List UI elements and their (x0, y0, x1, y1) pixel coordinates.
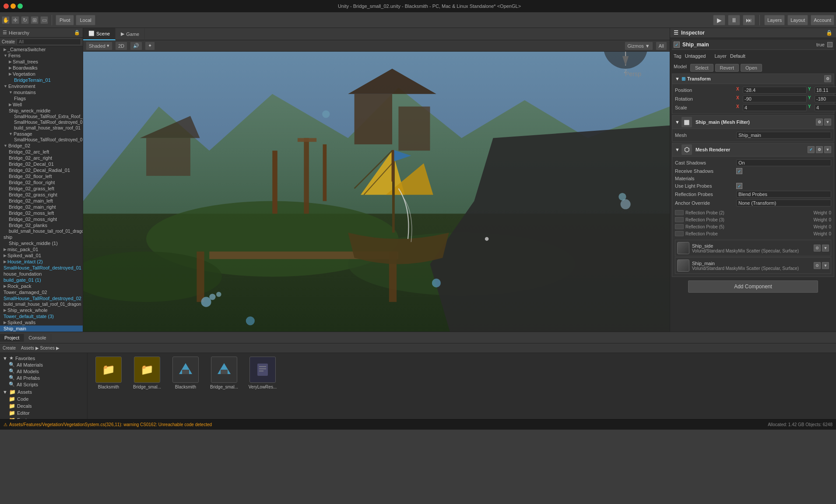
hier-item-shipwreck-mid1[interactable]: Ship_wreck_middle (1) (0, 240, 83, 246)
hier-item-b02-grassleft[interactable]: Bridge_02_grass_left (0, 186, 83, 192)
2d-toggle[interactable]: 2D (115, 42, 127, 50)
favorites-header[interactable]: ▼ ★ Favorites (2, 355, 85, 361)
audio-toggle[interactable]: 🔊 (130, 42, 142, 50)
layers-dropdown[interactable]: Layers (764, 15, 785, 25)
mesh-renderer-settings-icon[interactable]: ⚙ (816, 146, 823, 153)
hier-item-bridge02[interactable]: ▼Bridge_02 (0, 143, 83, 149)
asset-verylowres[interactable]: VeryLowRes... (245, 357, 280, 389)
hier-item-spiked-wall[interactable]: ▶Spiked_wall_01 (0, 252, 83, 259)
hierarchy-create-label[interactable]: Create (2, 39, 15, 44)
hier-item-ship[interactable]: ship (0, 234, 83, 240)
features-folder-item[interactable]: 📁 Features (2, 416, 85, 419)
layout-dropdown[interactable]: Layout (787, 15, 808, 25)
hier-item-mountains[interactable]: ▼mountains (0, 89, 83, 95)
asset-blacksmith-folder[interactable]: 📁 Blacksmith (91, 357, 126, 389)
effects-toggle[interactable]: ✦ (145, 42, 155, 50)
pivot-button[interactable]: Pivot (56, 15, 74, 25)
mesh-filter-settings-icon[interactable]: ⚙ (816, 119, 823, 126)
scale-x-input[interactable] (743, 104, 807, 111)
reflection-probes-value[interactable]: Blend Probes (736, 191, 831, 198)
hier-item-boardwalks[interactable]: ▶Boardwalks (0, 65, 83, 71)
hier-item-miscpack[interactable]: ▶misc_pack_01 (0, 246, 83, 252)
search-all-btn[interactable]: All (656, 42, 667, 50)
hier-item-vegetation[interactable]: ▶Vegetation (0, 71, 83, 77)
hier-item-bridgeterrain[interactable]: BridgeTerrain_01 (0, 77, 83, 83)
scale-tool-button[interactable]: ⊞ (31, 16, 39, 24)
mesh-filter-menu-icon[interactable]: ▼ (824, 119, 831, 126)
all-prefabs-item[interactable]: 🔍 All Prefabs (2, 374, 85, 381)
hier-item-ferns[interactable]: ▼Ferns (0, 52, 83, 59)
hier-item-b02-planks[interactable]: Bridge_02_planks (0, 222, 83, 228)
all-scripts-item[interactable]: 🔍 All Scripts (2, 381, 85, 388)
receive-shadows-checkbox[interactable] (736, 168, 742, 174)
hierarchy-lock-icon[interactable]: 🔒 (74, 30, 80, 35)
window-controls[interactable] (4, 4, 23, 9)
scale-y-input[interactable] (815, 104, 836, 111)
shading-mode-dropdown[interactable]: Shaded ▾ (86, 42, 112, 50)
code-folder-item[interactable]: 📁 Code (2, 396, 85, 402)
hier-item-b02-decal01[interactable]: Bridge_02_Decal_01 (0, 161, 83, 167)
all-materials-item[interactable]: 🔍 All Materials (2, 361, 85, 368)
hier-item-tower-default[interactable]: Tower_default_state (3) (0, 313, 83, 319)
hier-item-buildtall-dragon[interactable]: build_small_house_tall_roof_01_dragon (0, 228, 83, 234)
local-button[interactable]: Local (76, 15, 95, 25)
tab-game[interactable]: ▶ Game (116, 28, 145, 40)
material-ship-side-menu[interactable]: ▼ (822, 245, 829, 252)
hier-item-smallhouse-d02-3[interactable]: SmallHouse_TallRoof_destroyed_02 (3) (0, 295, 83, 301)
mesh-value[interactable]: Ship_main (736, 132, 831, 139)
hier-item-b02-arcleft[interactable]: Bridge_02_arc_left (0, 149, 83, 155)
hier-item-smallhouse-d01[interactable]: SmallHouse_TallRoof_destroyed_01 (0, 137, 83, 143)
anchor-override-value[interactable]: None (Transform) (736, 200, 831, 206)
tag-value[interactable]: Untagged (685, 53, 706, 59)
hier-item-b02-mainleft[interactable]: Bridge_02_main_left (0, 198, 83, 204)
rotate-tool-button[interactable]: ↻ (21, 16, 29, 24)
static-checkbox[interactable] (827, 42, 832, 47)
add-component-button[interactable]: Add Component (688, 280, 818, 293)
hier-item-buildtall-dragon2[interactable]: build_small_house_tall_roof_01_dragon (0, 301, 83, 307)
hier-item-b02-mainright[interactable]: Bridge_02_main_right (0, 204, 83, 210)
open-button[interactable]: Open (741, 64, 762, 72)
hier-item-tower-damaged[interactable]: Tower_damaged_02 (0, 289, 83, 295)
mesh-renderer-menu-icon[interactable]: ▼ (824, 146, 831, 153)
asset-bridge-small-scene[interactable]: Bridge_smal... (207, 357, 242, 389)
hier-item-b02-decalradial[interactable]: Bridge_02_Decal_Radial_01 (0, 167, 83, 173)
asset-bridge-small-folder[interactable]: 📁 Bridge_smal... (130, 357, 165, 389)
pause-button[interactable]: ⏸ (728, 15, 740, 25)
hier-item-flags[interactable]: Flags (0, 95, 83, 102)
hier-item-well[interactable]: ▶Well (0, 102, 83, 108)
assets-header[interactable]: ▼ 📁 Assets (2, 388, 85, 396)
hier-item-rockpack[interactable]: ▶Rock_pack (0, 283, 83, 289)
transform-header[interactable]: ▼ ⊞ Transform ⚙ (672, 74, 834, 84)
object-active-checkbox[interactable] (674, 42, 680, 48)
hier-item-environment[interactable]: ▼Environment (0, 83, 83, 89)
hier-item-b02-floorleft[interactable]: Bridge_02_floor_left (0, 173, 83, 179)
mesh-renderer-header[interactable]: ▼ ⬡ Mesh Renderer ✓ ⚙ ▼ (672, 143, 834, 157)
scene-view[interactable]: Y X Z Persp (83, 52, 670, 332)
all-models-item[interactable]: 🔍 All Models (2, 368, 85, 374)
rect-tool-button[interactable]: ▭ (40, 16, 48, 24)
hier-item-shipwreck-whole[interactable]: ▶Ship_wreck_whole (0, 307, 83, 313)
material-ship-main-menu[interactable]: ▼ (822, 262, 829, 269)
hier-item-spiked-walls[interactable]: ▶Spiked_walls (0, 319, 83, 326)
hier-item-b02-floorright[interactable]: Bridge_02_floor_right (0, 179, 83, 186)
hier-item-buildstraw[interactable]: build_small_house_straw_roof_01 (0, 125, 83, 131)
decals-folder-item[interactable]: 📁 Decals (2, 402, 85, 410)
position-x-input[interactable] (743, 87, 807, 94)
project-create-label[interactable]: Create (3, 346, 16, 350)
minimize-button[interactable] (11, 4, 16, 9)
hier-item-b02-mossright[interactable]: Bridge_02_moss_right (0, 216, 83, 222)
play-button[interactable]: ▶ (713, 15, 725, 25)
material-ship-side-settings[interactable]: ⚙ (814, 245, 821, 252)
tab-scene[interactable]: ⬜ Scene (83, 28, 116, 40)
hier-item-b02-arcright[interactable]: Bridge_02_arc_right (0, 155, 83, 161)
hier-item-passage[interactable]: ▼Passage (0, 131, 83, 137)
hier-item-smallhouse1[interactable]: SmallHouse_TallRoof_Extra_Roof_dama... (0, 114, 83, 119)
asset-blacksmith-scene[interactable]: Blacksmith (168, 357, 203, 389)
tab-console[interactable]: Console (24, 334, 51, 342)
account-dropdown[interactable]: Account (811, 15, 834, 25)
step-button[interactable]: ⏭ (743, 15, 755, 25)
editor-folder-item[interactable]: 📁 Editor (2, 410, 85, 416)
maximize-button[interactable] (18, 4, 23, 9)
hand-tool-button[interactable]: ✋ (2, 16, 10, 24)
mesh-filter-header[interactable]: ▼ ▦ Ship_main (Mesh Filter) ⚙ ▼ (672, 116, 834, 129)
